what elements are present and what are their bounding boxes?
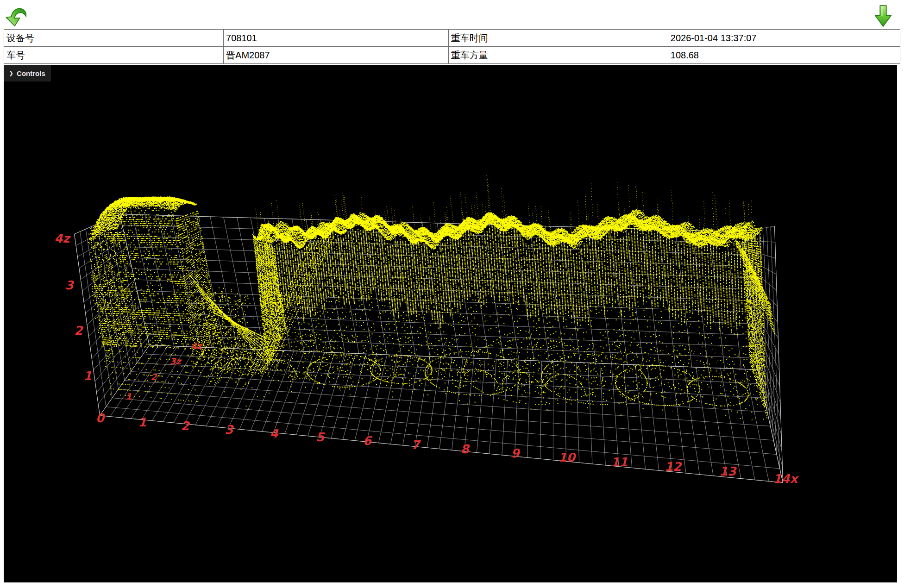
table-row: 设备号 708101 重车时间 2026-01-04 13:37:07 <box>4 30 900 47</box>
point-cloud-canvas[interactable] <box>4 65 897 582</box>
info-table: 设备号 708101 重车时间 2026-01-04 13:37:07 车号 晋… <box>4 29 900 64</box>
load-volume-value: 108.68 <box>668 47 900 64</box>
toolbar <box>4 4 900 28</box>
load-time-value: 2026-01-04 13:37:07 <box>668 30 900 47</box>
undo-arrow-icon <box>5 23 26 30</box>
chevron-right-icon: ❯ <box>9 70 13 76</box>
plate-value: 晋AM2087 <box>224 47 449 64</box>
device-id-label: 设备号 <box>4 30 224 47</box>
controls-toggle[interactable]: ❯ Controls <box>4 65 51 81</box>
controls-label: Controls <box>17 69 45 77</box>
load-volume-label: 重车方量 <box>448 47 668 64</box>
point-cloud-viewer[interactable]: 01234567891011121314x1234z123z4z ❯ Contr… <box>4 65 897 582</box>
download-arrow-icon <box>873 22 893 29</box>
plate-label: 车号 <box>4 47 224 64</box>
device-id-value: 708101 <box>224 30 449 47</box>
back-button[interactable] <box>5 5 26 30</box>
table-row: 车号 晋AM2087 重车方量 108.68 <box>4 47 900 64</box>
download-button[interactable] <box>873 5 893 29</box>
load-time-label: 重车时间 <box>448 30 668 47</box>
